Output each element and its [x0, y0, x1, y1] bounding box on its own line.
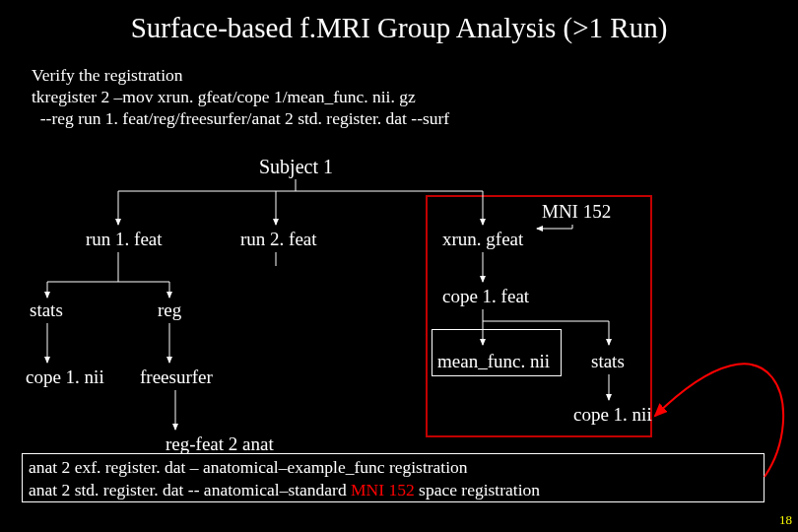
reg-line2-part-b: space registration — [415, 480, 540, 499]
node-cope1feat: cope 1. feat — [442, 286, 529, 307]
node-regfeat2anat: reg-feat 2 anat — [166, 433, 274, 455]
registration-line-2: anat 2 std. register. dat -- anatomical–… — [29, 479, 758, 501]
node-cope1nii: cope 1. nii — [26, 366, 104, 388]
node-subject1: Subject 1 — [259, 156, 333, 178]
verify-line-3: --reg run 1. feat/reg/freesurfer/anat 2 … — [32, 108, 449, 130]
node-cope1nii2: cope 1. nii — [573, 404, 652, 426]
verify-line-1: Verify the registration — [32, 65, 449, 87]
verify-line-2: tkregister 2 –mov xrun. gfeat/cope 1/mea… — [32, 87, 449, 108]
slide-title: Surface-based f.MRI Group Analysis (>1 R… — [0, 0, 798, 44]
node-xrungfeat: xrun. gfeat — [442, 229, 523, 250]
node-run1feat: run 1. feat — [86, 229, 163, 250]
node-mni152: MNI 152 — [542, 201, 611, 223]
reg-line2-mni: MNI 152 — [351, 480, 415, 499]
node-stats: stats — [30, 299, 63, 321]
registration-files-box: anat 2 exf. register. dat – anatomical–e… — [22, 453, 765, 502]
reg-line2-part-a: anat 2 std. register. dat -- anatomical–… — [29, 480, 351, 499]
registration-line-1: anat 2 exf. register. dat – anatomical–e… — [29, 456, 758, 479]
node-run2feat: run 2. feat — [240, 229, 317, 250]
node-reg: reg — [158, 299, 181, 321]
page-number: 18 — [779, 512, 792, 528]
verify-registration-block: Verify the registration tkregister 2 –mo… — [32, 65, 449, 130]
node-stats2: stats — [591, 351, 625, 372]
node-meanfunc: mean_func. nii — [437, 351, 550, 372]
node-freesurfer: freesurfer — [140, 366, 213, 388]
